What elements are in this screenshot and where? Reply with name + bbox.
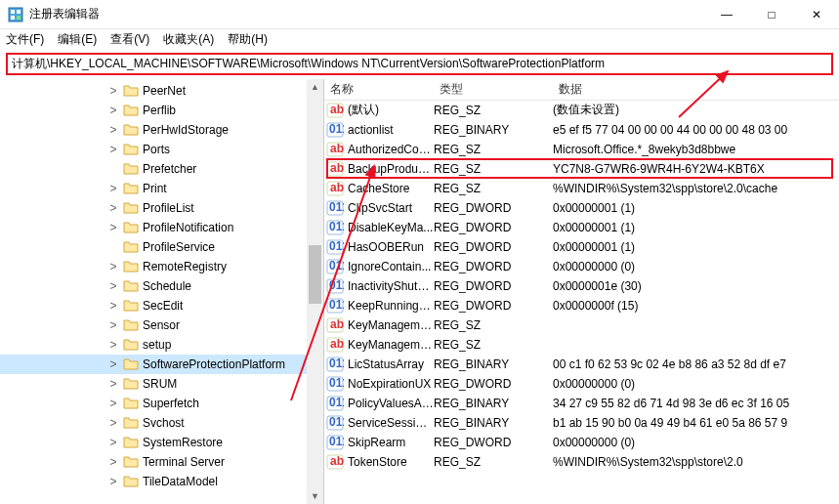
expand-icon[interactable]: > <box>107 84 119 98</box>
minimize-button[interactable]: — <box>704 0 749 29</box>
scroll-up-icon[interactable]: ▲ <box>307 79 323 96</box>
expand-icon[interactable]: > <box>107 182 119 195</box>
tree-item-remoteregistry[interactable]: >RemoteRegistry <box>0 257 323 276</box>
expand-icon[interactable]: > <box>107 260 119 273</box>
string-value-icon: ab <box>326 317 344 333</box>
col-data[interactable]: 数据 <box>553 81 839 98</box>
tree-item-perflib[interactable]: >Perflib <box>0 101 323 120</box>
value-row[interactable]: 011LicStatusArrayREG_BINARY00 c1 f0 62 5… <box>324 355 839 374</box>
value-row[interactable]: abKeyManageme...REG_SZ <box>324 315 839 335</box>
menu-file[interactable]: 文件(F) <box>6 31 44 48</box>
titlebar: 注册表编辑器 — □ ✕ <box>0 0 839 29</box>
value-type: REG_DWORD <box>434 377 553 391</box>
tree-item-systemrestore[interactable]: >SystemRestore <box>0 433 323 452</box>
tree-item-ports[interactable]: >Ports <box>0 140 323 159</box>
tree-item-profilenotification[interactable]: >ProfileNotification <box>0 218 323 237</box>
menu-help[interactable]: 帮助(H) <box>228 31 268 48</box>
value-row[interactable]: 011actionlistREG_BINARYe5 ef f5 77 04 00… <box>324 120 839 140</box>
expand-icon[interactable]: > <box>107 318 119 332</box>
value-name: CacheStore <box>348 182 434 195</box>
expand-icon[interactable]: > <box>107 299 119 313</box>
value-row[interactable]: 011ClipSvcStartREG_DWORD0x00000001 (1) <box>324 198 839 218</box>
value-type: REG_DWORD <box>434 201 553 215</box>
expand-icon[interactable]: > <box>107 338 119 352</box>
value-row[interactable]: abAuthorizedCon...REG_SZMicrosoft.Office… <box>324 140 839 159</box>
value-row[interactable]: ab(默认)REG_SZ(数值未设置) <box>324 101 839 120</box>
expand-icon[interactable]: > <box>107 397 119 410</box>
expand-icon[interactable]: > <box>107 436 119 449</box>
value-row[interactable]: 011ServiceSession...REG_BINARYb1 ab 15 9… <box>324 413 839 433</box>
expand-icon[interactable]: > <box>107 357 119 371</box>
value-row[interactable]: 011InactivityShutd...REG_DWORD0x0000001e… <box>324 276 839 296</box>
tree-item-prefetcher[interactable]: Prefetcher <box>0 159 323 179</box>
value-row[interactable]: 011PolicyValuesAr...REG_BINARY34 27 c9 5… <box>324 394 839 413</box>
tree-item-perhwidstorage[interactable]: >PerHwIdStorage <box>0 120 323 140</box>
tree-item-svchost[interactable]: >Svchost <box>0 413 323 433</box>
address-bar-highlight <box>6 53 833 75</box>
menu-favorites[interactable]: 收藏夹(A) <box>163 31 214 48</box>
expand-icon[interactable]: > <box>107 201 119 215</box>
expand-icon[interactable]: > <box>107 377 119 391</box>
address-input[interactable] <box>12 58 827 71</box>
tree-item-setup[interactable]: >setup <box>0 335 323 355</box>
value-name: AuthorizedCon... <box>348 143 434 156</box>
expand-icon[interactable]: > <box>107 123 119 137</box>
value-row[interactable]: 011DisableKeyMa...REG_DWORD0x00000001 (1… <box>324 218 839 237</box>
svg-text:ab: ab <box>330 454 344 468</box>
expand-icon[interactable]: > <box>107 279 119 293</box>
tree-item-sensor[interactable]: >Sensor <box>0 315 323 335</box>
scroll-down-icon[interactable]: ▼ <box>307 488 323 505</box>
value-type: REG_BINARY <box>434 416 553 430</box>
value-row[interactable]: 011HasOOBERunREG_DWORD0x00000001 (1) <box>324 237 839 257</box>
value-name: LicStatusArray <box>348 357 434 371</box>
value-row[interactable]: 011SkipRearmREG_DWORD0x00000000 (0) <box>324 433 839 452</box>
close-button[interactable]: ✕ <box>794 0 839 29</box>
value-row[interactable]: abCacheStoreREG_SZ%WINDIR%\System32\spp\… <box>324 179 839 198</box>
value-row[interactable]: abBackupProduc...REG_SZYC7N8-G7WR6-9WR4H… <box>324 159 839 179</box>
value-name: PolicyValuesAr... <box>348 397 434 410</box>
tree-scrollbar[interactable]: ▲ ▼ <box>307 79 323 505</box>
binary-value-icon: 011 <box>326 122 344 138</box>
tree-item-peernet[interactable]: >PeerNet <box>0 81 323 101</box>
expand-icon[interactable]: > <box>107 416 119 430</box>
tree-pane[interactable]: >PeerNet>Perflib>PerHwIdStorage>PortsPre… <box>0 79 324 505</box>
tree-item-label: ProfileNotification <box>143 221 233 234</box>
expand-icon[interactable]: > <box>107 221 119 234</box>
value-row[interactable]: 011KeepRunningT...REG_DWORD0x0000000f (1… <box>324 296 839 315</box>
expand-icon[interactable]: > <box>107 104 119 117</box>
tree-item-label: Superfetch <box>143 397 199 410</box>
menu-view[interactable]: 查看(V) <box>110 31 149 48</box>
value-type: REG_DWORD <box>434 260 553 273</box>
tree-item-profileservice[interactable]: ProfileService <box>0 237 323 257</box>
value-name: InactivityShutd... <box>348 279 434 293</box>
tree-item-print[interactable]: >Print <box>0 179 323 198</box>
tree-item-schedule[interactable]: >Schedule <box>0 276 323 296</box>
folder-icon <box>123 397 139 410</box>
col-type[interactable]: 类型 <box>434 81 553 98</box>
expand-icon[interactable]: > <box>107 143 119 156</box>
menu-edit[interactable]: 编辑(E) <box>58 31 97 48</box>
values-pane[interactable]: 名称 类型 数据 ab(默认)REG_SZ(数值未设置)011actionlis… <box>324 79 839 505</box>
tree-item-secedit[interactable]: >SecEdit <box>0 296 323 315</box>
tree-item-softwareprotectionplatform[interactable]: >SoftwareProtectionPlatform <box>0 355 323 374</box>
tree-item-terminal server[interactable]: >Terminal Server <box>0 452 323 472</box>
maximize-button[interactable]: □ <box>749 0 794 29</box>
value-row[interactable]: abKeyManageme...REG_SZ <box>324 335 839 355</box>
col-name[interactable]: 名称 <box>324 81 434 98</box>
value-row[interactable]: 011IgnoreContain...REG_DWORD0x00000000 (… <box>324 257 839 276</box>
value-type: REG_BINARY <box>434 357 553 371</box>
scroll-thumb[interactable] <box>309 245 321 304</box>
tree-item-profilelist[interactable]: >ProfileList <box>0 198 323 218</box>
tree-item-superfetch[interactable]: >Superfetch <box>0 394 323 413</box>
folder-icon <box>123 279 139 293</box>
value-type: REG_SZ <box>434 455 553 469</box>
folder-icon <box>123 416 139 430</box>
value-row[interactable]: abTokenStoreREG_SZ%WINDIR%\System32\spp\… <box>324 452 839 472</box>
tree-item-srum[interactable]: >SRUM <box>0 374 323 394</box>
value-row[interactable]: 011NoExpirationUXREG_DWORD0x00000000 (0) <box>324 374 839 394</box>
expand-icon[interactable]: > <box>107 455 119 469</box>
expand-icon[interactable]: > <box>107 475 119 488</box>
tree-item-tiledatamodel[interactable]: >TileDataModel <box>0 472 323 491</box>
folder-icon <box>123 201 139 215</box>
string-value-icon: ab <box>326 161 344 177</box>
